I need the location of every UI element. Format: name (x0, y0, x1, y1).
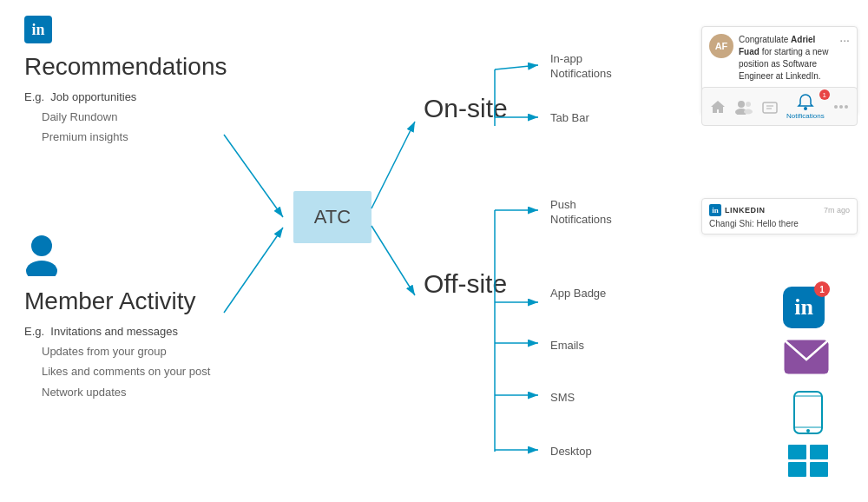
svg-line-6 (372, 226, 415, 295)
emails-label: Emails (550, 339, 584, 353)
recommendations-items: E.g. Job opportunities Daily Rundown Pre… (24, 87, 215, 148)
svg-point-27 (845, 105, 848, 109)
member-activity-section: Member Activity E.g. Invitations and mes… (24, 234, 215, 402)
push-preview: in LINKEDIN 7m ago Changi Shi: Hello the… (701, 198, 858, 234)
list-item: E.g. Job opportunities (24, 87, 215, 107)
linkedin-badge-logo: in (794, 294, 813, 320)
tab-more-icon (832, 99, 850, 115)
svg-point-0 (31, 235, 52, 256)
push-time: 7m ago (824, 206, 850, 215)
tabbar-preview: 1 Notifications (701, 87, 858, 126)
svg-rect-33 (810, 445, 828, 459)
desktop-icon (786, 443, 830, 481)
desktop-label: Desktop (550, 445, 592, 459)
onsite-label: On-site (424, 94, 508, 123)
push-company: LINKEDIN (725, 206, 820, 215)
list-item: Updates from your group (24, 341, 215, 361)
svg-point-17 (738, 101, 745, 108)
svg-point-25 (834, 105, 838, 109)
svg-rect-30 (794, 396, 822, 427)
notification-badge: 1 (819, 89, 830, 100)
svg-point-20 (744, 109, 753, 114)
list-item: Premium insights (24, 127, 215, 147)
tab-notifications-label: Notifications (786, 112, 825, 120)
svg-line-8 (495, 65, 538, 69)
app-badge-icon: in 1 (783, 287, 825, 328)
email-icon (783, 339, 830, 379)
svg-rect-21 (763, 102, 777, 113)
atc-box: ATC (293, 191, 372, 243)
inapp-notifications-label: In-appNotifications (550, 52, 612, 82)
more-options-icon: ··· (839, 34, 850, 46)
push-notifications-label: PushNotifications (550, 198, 612, 228)
diagram: in Recommendations E.g. Job opportunitie… (0, 0, 868, 502)
linkedin-small-logo: in (709, 204, 721, 216)
linkedin-badge: in 1 (783, 287, 825, 328)
tab-post-icon (761, 99, 779, 115)
svg-line-4 (224, 228, 283, 313)
recommendations-section: Recommendations E.g. Job opportunities D… (24, 52, 215, 148)
linkedin-logo: in (24, 16, 52, 43)
sms-label: SMS (550, 391, 575, 406)
sms-icon (792, 391, 825, 438)
svg-line-5 (372, 122, 415, 208)
avatar: AF (709, 34, 733, 58)
list-item: Network updates (24, 382, 215, 402)
list-item: Likes and comments on your post (24, 361, 215, 381)
tab-people-icon (734, 99, 753, 115)
svg-point-26 (839, 105, 843, 109)
svg-point-19 (746, 102, 751, 107)
push-message: Changi Shi: Hello there (709, 219, 850, 228)
person-icon (24, 234, 215, 280)
app-badge-label: App Badge (550, 287, 606, 301)
svg-point-1 (26, 261, 57, 276)
member-activity-items: E.g. Invitations and messages Updates fr… (24, 321, 215, 403)
svg-rect-32 (788, 445, 806, 459)
offsite-label: Off-site (424, 269, 507, 299)
list-item: E.g. Invitations and messages (24, 321, 215, 341)
svg-line-3 (224, 135, 283, 217)
tab-home-icon (709, 99, 727, 115)
svg-point-31 (806, 429, 810, 433)
tab-bar-label: Tab Bar (550, 111, 589, 126)
member-activity-title: Member Activity (24, 287, 215, 316)
badge-number: 1 (814, 281, 830, 297)
tab-notifications-icon: 1 Notifications (786, 93, 825, 120)
svg-point-24 (804, 107, 807, 110)
list-item: Daily Rundown (24, 107, 215, 127)
svg-rect-34 (788, 462, 806, 477)
svg-rect-35 (810, 462, 828, 477)
recommendations-title: Recommendations (24, 52, 215, 82)
